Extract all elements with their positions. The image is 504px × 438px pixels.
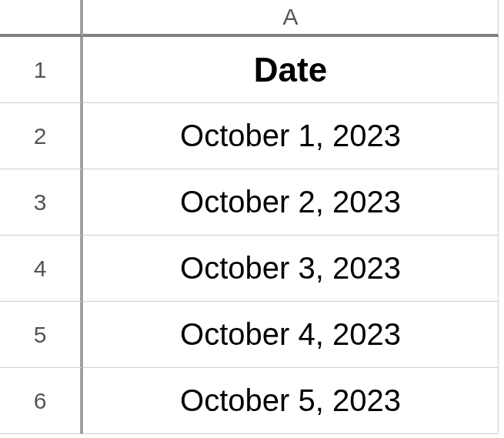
cell-a4[interactable]: October 3, 2023 — [83, 236, 499, 302]
row-header-3[interactable]: 3 — [0, 169, 83, 236]
column-header-a[interactable]: A — [83, 0, 499, 37]
row-header-2[interactable]: 2 — [0, 103, 83, 169]
cell-a2[interactable]: October 1, 2023 — [83, 103, 499, 169]
spreadsheet-grid: A 1 Date 2 October 1, 2023 3 October 2, … — [0, 0, 504, 434]
select-all-corner[interactable] — [0, 0, 83, 37]
cell-a1[interactable]: Date — [83, 37, 499, 103]
cell-a5[interactable]: October 4, 2023 — [83, 302, 499, 368]
row-header-4[interactable]: 4 — [0, 236, 83, 302]
row-header-6[interactable]: 6 — [0, 368, 83, 434]
cell-a3[interactable]: October 2, 2023 — [83, 169, 499, 236]
row-header-5[interactable]: 5 — [0, 302, 83, 368]
cell-a6[interactable]: October 5, 2023 — [83, 368, 499, 434]
row-header-1[interactable]: 1 — [0, 37, 83, 103]
